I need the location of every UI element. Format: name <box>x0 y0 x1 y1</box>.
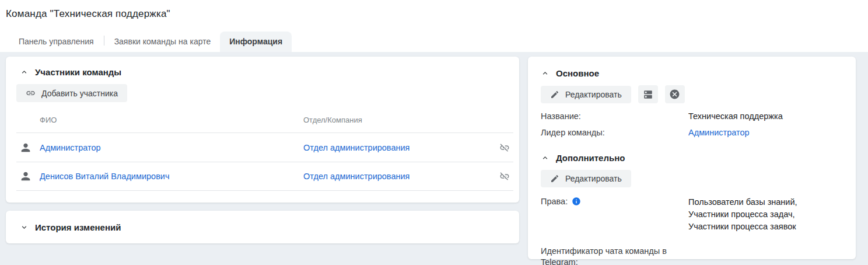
chevron-up-icon[interactable] <box>541 154 550 162</box>
server-icon <box>643 89 653 100</box>
members-table: ФИО Отдел/Компания Администратор Отдел а… <box>6 107 519 191</box>
extra-section-header: Дополнительно <box>541 153 842 163</box>
field-name-label: Название: <box>541 111 688 122</box>
members-table-header: ФИО Отдел/Компания <box>16 107 513 132</box>
add-member-button-label: Добавить участника <box>41 89 118 98</box>
field-leader-label: Лидер команды: <box>541 127 688 138</box>
col-header-department: Отдел/Компания <box>303 116 485 124</box>
tab-divider <box>104 36 104 46</box>
pencil-icon <box>550 174 559 183</box>
col-header-name: ФИО <box>40 116 303 124</box>
field-rights: Права: Пользователи базы знаний, Участни… <box>541 196 842 233</box>
field-leader: Лидер команды: Администратор <box>541 127 842 138</box>
main-actions: Редактировать <box>541 85 842 103</box>
chevron-down-icon[interactable] <box>20 223 29 232</box>
server-icon-button[interactable] <box>638 85 658 103</box>
right-column: Основное Редактировать <box>528 57 856 265</box>
main-section-header: Основное <box>541 68 842 78</box>
team-info-card: Основное Редактировать <box>528 57 856 259</box>
extra-section-title: Дополнительно <box>556 153 625 163</box>
tab-information[interactable]: Информация <box>220 32 292 52</box>
tab-team-requests-map[interactable]: Заявки команды на карте <box>105 32 220 52</box>
chevron-up-icon[interactable] <box>541 69 550 78</box>
rights-line: Пользователи базы знаний, <box>688 196 797 208</box>
edit-main-button-label: Редактировать <box>565 90 622 99</box>
delete-team-button[interactable] <box>665 85 685 103</box>
team-leader-link[interactable]: Администратор <box>688 127 750 138</box>
field-rights-label: Права: <box>541 196 688 233</box>
rights-line: Участники процесса задач, <box>688 208 797 221</box>
unlink-icon[interactable] <box>499 171 510 182</box>
table-row: Администратор Отдел администрирования <box>16 132 513 162</box>
unlink-icon[interactable] <box>499 142 510 153</box>
history-card: История изменений <box>6 211 519 243</box>
person-icon <box>19 141 40 154</box>
extra-actions: Редактировать <box>541 170 842 187</box>
table-row: Денисов Виталий Владимирович Отдел админ… <box>16 162 513 191</box>
tab-control-panel[interactable]: Панель управления <box>9 32 103 52</box>
member-name-link[interactable]: Администратор <box>40 143 303 152</box>
edit-extra-button-label: Редактировать <box>565 174 622 183</box>
link-icon <box>26 88 36 98</box>
top-bar: Команда "Техническая поддержка" Панель у… <box>0 0 868 52</box>
rights-label-text: Права: <box>541 197 568 206</box>
team-members-title: Участники команды <box>35 67 121 77</box>
field-name: Название: Техническая поддержка <box>541 111 842 122</box>
left-column: Участники команды Добавить участника ФИО… <box>6 57 519 265</box>
page-title: Команда "Техническая поддержка" <box>6 8 868 20</box>
team-members-header: Участники команды <box>6 67 519 77</box>
member-department-link[interactable]: Отдел администрирования <box>303 172 485 181</box>
tab-bar: Панель управления Заявки команды на карт… <box>6 32 868 52</box>
field-telegram-label: Идентификатор чата команды в Telegram: <box>541 246 688 265</box>
pencil-icon <box>550 90 559 99</box>
field-rights-value: Пользователи базы знаний, Участники проц… <box>688 196 797 233</box>
main-section-title: Основное <box>556 68 599 78</box>
add-member-button[interactable]: Добавить участника <box>16 84 127 102</box>
member-department-link[interactable]: Отдел администрирования <box>303 143 485 152</box>
content-area: Участники команды Добавить участника ФИО… <box>0 52 868 265</box>
field-name-value: Техническая поддержка <box>688 111 783 122</box>
field-telegram: Идентификатор чата команды в Telegram: <box>541 246 842 265</box>
history-title: История изменений <box>35 222 121 232</box>
info-icon[interactable] <box>572 197 581 206</box>
chevron-up-icon[interactable] <box>20 68 29 76</box>
team-members-card: Участники команды Добавить участника ФИО… <box>6 57 519 203</box>
edit-main-button[interactable]: Редактировать <box>541 86 631 103</box>
rights-line: Участники процесса заявок <box>688 221 797 233</box>
edit-extra-button[interactable]: Редактировать <box>541 170 631 187</box>
member-name-link[interactable]: Денисов Виталий Владимирович <box>40 172 303 181</box>
person-icon <box>19 170 40 183</box>
cancel-circle-icon <box>669 89 680 100</box>
